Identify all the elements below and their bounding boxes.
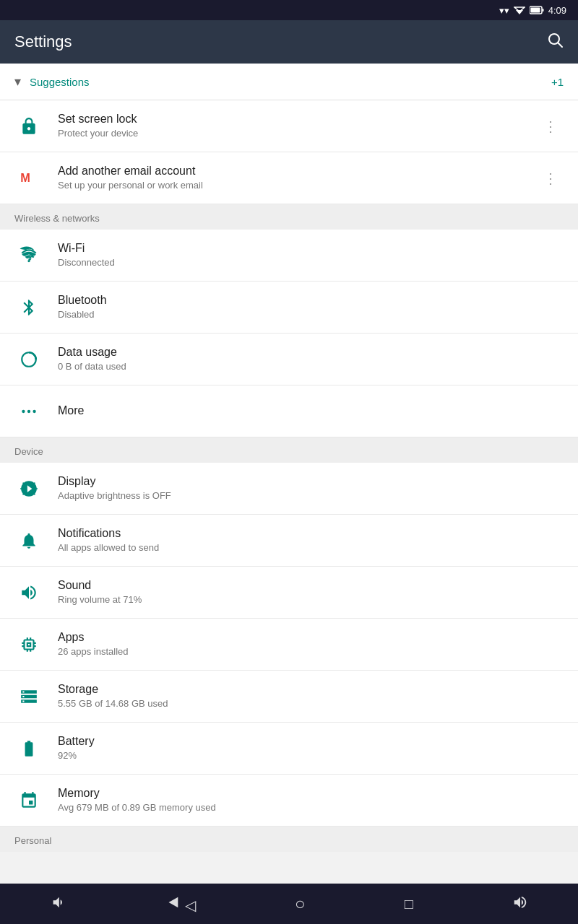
- storage-item[interactable]: Storage 5.55 GB of 14.68 GB used: [0, 671, 578, 723]
- display-subtitle: Adaptive brightness is OFF: [58, 490, 564, 502]
- storage-text: Storage 5.55 GB of 14.68 GB used: [58, 682, 564, 711]
- status-bar: ▾▾ 4:09: [0, 0, 578, 20]
- add-email-item[interactable]: M Add another email account Set up your …: [0, 152, 578, 204]
- memory-title: Memory: [58, 786, 564, 801]
- sound-icon: [14, 578, 43, 607]
- sound-subtitle: Ring volume at 71%: [58, 594, 564, 606]
- gmail-icon: M: [14, 164, 43, 193]
- bluetooth-item[interactable]: Bluetooth Disabled: [0, 282, 578, 334]
- bluetooth-title: Bluetooth: [58, 293, 564, 308]
- battery-title: Battery: [58, 734, 564, 749]
- notifications-icon: [14, 526, 43, 555]
- storage-title: Storage: [58, 682, 564, 697]
- status-icons: ▾▾ 4:09: [499, 5, 566, 16]
- svg-rect-3: [542, 9, 543, 12]
- add-email-text: Add another email account Set up your pe…: [58, 164, 538, 193]
- suggestions-left: ▾ Suggestions: [14, 74, 90, 90]
- apps-item[interactable]: Apps 26 apps installed: [0, 619, 578, 671]
- set-screen-lock-title: Set screen lock: [58, 112, 538, 127]
- volume-down-button[interactable]: [35, 889, 80, 920]
- svg-marker-13: [169, 897, 178, 907]
- notifications-subtitle: All apps allowed to send: [58, 542, 564, 554]
- set-screen-lock-text: Set screen lock Protect your device: [58, 112, 538, 141]
- data-usage-icon: [14, 345, 43, 374]
- notifications-title: Notifications: [58, 526, 564, 541]
- settings-content: ▾ Suggestions +1 Set screen lock Protect…: [0, 64, 578, 884]
- apps-subtitle: 26 apps installed: [58, 646, 564, 658]
- bluetooth-icon: [14, 293, 43, 322]
- search-button[interactable]: [546, 31, 564, 53]
- svg-point-11: [27, 409, 30, 412]
- battery-item[interactable]: Battery 92%: [0, 723, 578, 775]
- memory-icon: [14, 786, 43, 815]
- svg-point-10: [22, 409, 25, 412]
- wifi-subtitle: Disconnected: [58, 257, 564, 269]
- display-title: Display: [58, 474, 564, 489]
- lock-icon: [14, 112, 43, 141]
- home-button[interactable]: ○: [280, 888, 320, 920]
- apps-icon: [14, 630, 43, 659]
- data-usage-item[interactable]: Data usage 0 B of data used: [0, 334, 578, 385]
- svg-line-6: [558, 43, 563, 48]
- device-header: Device: [0, 437, 578, 463]
- recent-apps-button[interactable]: □: [390, 890, 428, 918]
- sound-title: Sound: [58, 578, 564, 593]
- more-item[interactable]: More: [0, 385, 578, 437]
- status-time: 4:09: [548, 5, 566, 16]
- svg-text:M: M: [20, 170, 30, 183]
- apps-title: Apps: [58, 630, 564, 645]
- top-bar: Settings: [0, 20, 578, 64]
- notifications-item[interactable]: Notifications All apps allowed to send: [0, 515, 578, 567]
- data-usage-subtitle: 0 B of data used: [58, 361, 564, 373]
- suggestions-header[interactable]: ▾ Suggestions +1: [0, 64, 578, 100]
- storage-subtitle: 5.55 GB of 14.68 GB used: [58, 698, 564, 710]
- set-screen-lock-subtitle: Protect your device: [58, 128, 538, 140]
- apps-text: Apps 26 apps installed: [58, 630, 564, 659]
- wifi-status-icon: ▾▾: [499, 5, 509, 16]
- suggestions-label: Suggestions: [30, 76, 90, 88]
- bluetooth-text: Bluetooth Disabled: [58, 293, 564, 322]
- bottom-nav: ◁ ○ □: [0, 884, 578, 924]
- display-icon: [14, 474, 43, 503]
- bluetooth-subtitle: Disabled: [58, 309, 564, 321]
- display-item[interactable]: Display Adaptive brightness is OFF: [0, 463, 578, 515]
- suggestions-plus: +1: [551, 76, 564, 88]
- memory-text: Memory Avg 679 MB of 0.89 GB memory used: [58, 786, 564, 815]
- wifi-icon: [14, 241, 43, 270]
- svg-marker-0: [516, 10, 523, 14]
- add-email-subtitle: Set up your personal or work email: [58, 180, 538, 192]
- display-text: Display Adaptive brightness is OFF: [58, 474, 564, 503]
- wireless-networks-header: Wireless & networks: [0, 204, 578, 230]
- wifi-text: Wi-Fi Disconnected: [58, 241, 564, 270]
- sound-item[interactable]: Sound Ring volume at 71%: [0, 567, 578, 619]
- add-email-more-button[interactable]: ⋮: [538, 167, 564, 190]
- notifications-text: Notifications All apps allowed to send: [58, 526, 564, 555]
- svg-point-12: [33, 409, 35, 412]
- memory-item[interactable]: Memory Avg 679 MB of 0.89 GB memory used: [0, 775, 578, 827]
- battery-subtitle: 92%: [58, 750, 564, 762]
- storage-icon: [14, 682, 43, 711]
- data-usage-text: Data usage 0 B of data used: [58, 345, 564, 374]
- battery-setting-icon: [14, 734, 43, 763]
- svg-rect-4: [530, 8, 540, 13]
- wifi-signal-icon: [514, 6, 525, 14]
- more-title: More: [58, 404, 564, 419]
- wifi-item[interactable]: Wi-Fi Disconnected: [0, 230, 578, 282]
- wifi-title: Wi-Fi: [58, 241, 564, 256]
- battery-text: Battery 92%: [58, 734, 564, 763]
- svg-point-8: [27, 259, 30, 261]
- memory-subtitle: Avg 679 MB of 0.89 GB memory used: [58, 802, 564, 814]
- battery-icon: [530, 6, 544, 14]
- more-dots-icon: [14, 397, 43, 426]
- sound-text: Sound Ring volume at 71%: [58, 578, 564, 607]
- add-email-title: Add another email account: [58, 164, 538, 179]
- set-screen-lock-item[interactable]: Set screen lock Protect your device ⋮: [0, 100, 578, 152]
- data-usage-title: Data usage: [58, 345, 564, 360]
- chevron-down-icon: ▾: [14, 74, 21, 90]
- svg-marker-1: [514, 7, 525, 12]
- more-text: More: [58, 404, 564, 419]
- screen-lock-more-button[interactable]: ⋮: [538, 115, 564, 138]
- volume-up-button[interactable]: [498, 889, 543, 920]
- back-button[interactable]: ◁: [150, 889, 210, 920]
- page-title: Settings: [14, 32, 72, 51]
